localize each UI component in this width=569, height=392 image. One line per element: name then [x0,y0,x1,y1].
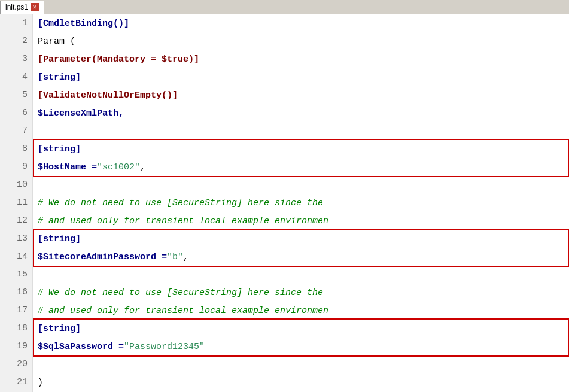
code-line-8: [string] [38,140,569,158]
code-line-6: $LicenseXmlPath, [38,104,569,122]
line-number-3: 3 [0,50,32,68]
code-line-7 [38,122,569,140]
code-line-11: # We do not need to use [SecureString] h… [38,194,569,212]
token: ) [38,378,43,388]
token: , [183,252,188,262]
line-number-15: 15 [0,266,32,284]
line-number-10: 10 [0,176,32,194]
code-line-21: ) [38,373,569,391]
code-line-16: # We do not need to use [SecureString] h… [38,284,569,302]
token: "sc1002" [97,162,140,172]
line-number-20: 20 [0,355,32,373]
code-line-14: $SitecoreAdminPassword = "b", [38,248,569,266]
code-line-2: Param ( [38,32,569,50]
code-line-10 [38,176,569,194]
line-number-14: 14 [0,248,32,266]
token: $SqlSaPassword = [38,342,124,352]
code-line-20 [38,355,569,373]
line-number-4: 4 [0,68,32,86]
code-line-13: [string] [38,230,569,248]
code-line-17: # and used only for transient local exam… [38,302,569,320]
editor-window: init.ps1 ✕ 12345678910111213141516171819… [0,0,569,392]
tab-bar: init.ps1 ✕ [0,0,569,14]
line-number-8: 8 [0,140,32,158]
code-line-4: [string] [38,68,569,86]
token: # We do not need to use [SecureString] h… [38,198,323,208]
token: [string] [38,324,81,334]
token: # We do not need to use [SecureString] h… [38,288,323,298]
code-line-3: [Parameter(Mandatory = $true)] [38,50,569,68]
line-number-13: 13 [0,230,32,248]
code-line-18: [string] [38,320,569,338]
code-line-15 [38,266,569,284]
line-number-11: 11 [0,194,32,212]
token: "b" [167,252,183,262]
tab-init-ps1[interactable]: init.ps1 ✕ [0,1,44,14]
editor-area: 123456789101112131415161718192021 [Cmdle… [0,14,569,392]
code-line-5: [ValidateNotNullOrEmpty()] [38,86,569,104]
token: [ValidateNotNullOrEmpty()] [38,90,178,101]
token: # and used only for transient local exam… [38,216,328,226]
token: [CmdletBinding()] [38,19,129,29]
line-number-17: 17 [0,302,32,320]
code-line-1: [CmdletBinding()] [38,14,569,32]
token: $HostName = [38,162,97,172]
token: , [140,162,145,172]
line-number-19: 19 [0,338,32,355]
code-content[interactable]: [CmdletBinding()] Param ( [Parameter(Man… [33,14,569,392]
line-number-5: 5 [0,86,32,104]
line-number-9: 9 [0,158,32,176]
token: $SitecoreAdminPassword = [38,252,167,262]
token: [string] [38,144,81,154]
line-numbers: 123456789101112131415161718192021 [0,14,33,392]
line-number-21: 21 [0,373,32,391]
tab-close-button[interactable]: ✕ [31,3,39,11]
line-number-7: 7 [0,122,32,140]
line-number-1: 1 [0,14,32,32]
code-line-9: $HostName = "sc1002", [38,158,569,176]
token: [string] [38,234,81,244]
line-number-18: 18 [0,320,32,338]
tab-label: init.ps1 [5,3,28,11]
token: "Password12345" [124,342,205,352]
token: [string] [38,72,81,83]
token: # and used only for transient local exam… [38,306,328,316]
code-line-19: $SqlSaPassword = "Password12345" [38,338,569,355]
token: [Parameter(Mandatory = $true)] [38,54,199,65]
token: Param ( [38,37,75,47]
line-number-2: 2 [0,32,32,50]
line-number-6: 6 [0,104,32,122]
line-number-12: 12 [0,212,32,230]
token: $LicenseXmlPath, [38,108,124,118]
code-line-12: # and used only for transient local exam… [38,212,569,230]
line-number-16: 16 [0,284,32,302]
